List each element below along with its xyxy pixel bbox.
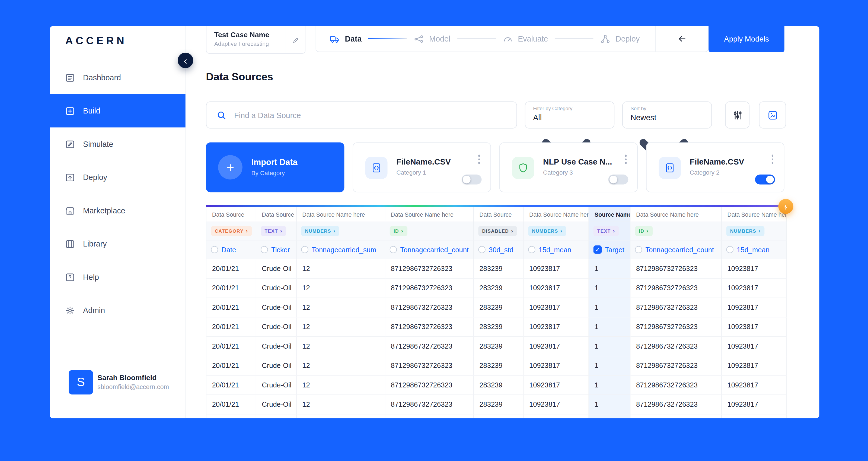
- quick-action-fab[interactable]: [778, 199, 793, 214]
- table-cell: 1: [589, 395, 630, 414]
- step-label: Evaluate: [518, 34, 548, 44]
- column-type-badge[interactable]: ID›: [390, 226, 407, 236]
- column-select-cell: 30d_std: [474, 240, 524, 259]
- column-badge-cell: TEXT›: [589, 222, 630, 240]
- data-source-card: NLP Use Case N...Category 3: [499, 142, 638, 192]
- sidebar-item-deploy[interactable]: Deploy: [50, 161, 186, 194]
- sidebar-item-simulate[interactable]: Simulate: [50, 127, 186, 161]
- kebab-menu-icon[interactable]: [476, 153, 482, 165]
- column-checkbox-checked[interactable]: ✓: [593, 246, 602, 254]
- admin-icon: [65, 305, 75, 315]
- card-toggle[interactable]: [609, 175, 628, 184]
- column-name[interactable]: Tonnagecarried_sum: [312, 246, 376, 254]
- step-data[interactable]: Data: [329, 33, 362, 44]
- table-cell: 1: [589, 317, 630, 337]
- sidebar-item-build[interactable]: Build: [50, 94, 186, 127]
- test-case-card[interactable]: Test Case Name Adaptive Forecasting: [206, 26, 305, 54]
- column-name[interactable]: 15d_mean: [737, 246, 770, 254]
- column-type-badge[interactable]: NUMBERS›: [528, 226, 566, 236]
- help-icon: [65, 272, 75, 282]
- column-type-badge[interactable]: TEXT›: [593, 226, 619, 236]
- step-label: Data: [345, 34, 362, 44]
- chevron-right-icon: ›: [511, 229, 513, 233]
- kebab-menu-icon[interactable]: [623, 153, 628, 165]
- column-group-header: Data Source Name here: [524, 207, 589, 222]
- sidebar: ACCERN DashboardBuildSimulateDeployMarke…: [50, 26, 186, 419]
- data-source-cards-row: +Import DataBy CategoryFileName.CSVCateg…: [206, 142, 784, 192]
- sidebar-item-label: Admin: [83, 306, 105, 315]
- build-icon: [65, 106, 75, 116]
- column-name[interactable]: 30d_std: [489, 246, 514, 254]
- back-button[interactable]: [655, 26, 708, 52]
- evaluate-step-icon: [502, 33, 513, 44]
- table-gradient-bar: [206, 205, 786, 207]
- column-name[interactable]: Date: [221, 246, 236, 254]
- column-select-cell: 15d_mean: [524, 240, 589, 259]
- apply-models-button[interactable]: Apply Models: [709, 26, 784, 52]
- column-type-badge[interactable]: TEXT›: [261, 226, 286, 236]
- column-radio[interactable]: [478, 246, 486, 253]
- card-toggle[interactable]: [755, 175, 775, 184]
- column-radio[interactable]: [726, 246, 734, 253]
- step-model[interactable]: Model: [414, 33, 450, 44]
- column-name[interactable]: Tonnagecarried_count: [400, 246, 468, 254]
- column-radio[interactable]: [635, 246, 642, 253]
- column-badge-cell: ID›: [630, 222, 722, 240]
- column-radio[interactable]: [261, 246, 268, 253]
- column-name[interactable]: Tonnagecarried_count: [646, 246, 714, 254]
- step-deploy[interactable]: Deploy: [600, 33, 640, 44]
- card-title: NLP Use Case N...: [543, 157, 612, 167]
- card-title: FileName.CSV: [690, 157, 744, 167]
- data-source-card: FileName.CSVCategory 2: [646, 142, 784, 192]
- sidebar-item-help[interactable]: Help: [50, 260, 186, 293]
- step-evaluate[interactable]: Evaluate: [502, 33, 548, 44]
- toggle-knob: [463, 176, 471, 183]
- filter-by-category-dropdown[interactable]: Filter by Category All: [525, 101, 615, 128]
- advanced-filters-button[interactable]: [725, 101, 749, 128]
- table-cell: 10923817: [722, 298, 786, 317]
- marketplace-icon: [65, 205, 75, 216]
- sidebar-collapse-button[interactable]: [178, 53, 193, 68]
- table-cell: 20/01/21: [207, 317, 256, 337]
- import-data-card[interactable]: +Import DataBy Category: [206, 142, 344, 192]
- sidebar-item-marketplace[interactable]: Marketplace: [50, 194, 186, 227]
- column-badge-cell: ID›: [385, 222, 474, 240]
- column-radio[interactable]: [211, 246, 218, 253]
- chevron-right-icon: ›: [646, 229, 649, 233]
- column-name[interactable]: 15d_mean: [539, 246, 571, 254]
- user-email: sbloomfield@accern.com: [97, 383, 169, 390]
- column-type-badge[interactable]: NUMBERS›: [301, 226, 339, 236]
- column-select-cell: Tonnagecarried_sum: [297, 240, 385, 259]
- edit-case-button[interactable]: [286, 26, 305, 53]
- column-radio[interactable]: [301, 246, 308, 253]
- column-group-header: Data Source Name here: [630, 207, 722, 222]
- column-type-badge[interactable]: CATEGORY›: [211, 226, 252, 236]
- column-radio[interactable]: [528, 246, 535, 253]
- user-panel[interactable]: S Sarah Bloomfield sbloomfield@accern.co…: [50, 368, 186, 419]
- kebab-menu-icon[interactable]: [770, 153, 775, 165]
- sliders-icon: [732, 109, 743, 120]
- table-cell: 10923817: [524, 317, 589, 337]
- deploy-icon: [65, 172, 75, 183]
- column-type-badge[interactable]: DISABLED›: [478, 226, 517, 236]
- search-input[interactable]: [233, 110, 517, 120]
- sidebar-item-admin[interactable]: Admin: [50, 294, 186, 327]
- column-name[interactable]: Ticker: [271, 246, 290, 254]
- gallery-view-button[interactable]: [759, 101, 786, 128]
- column-group-header: Data Source Name here: [297, 207, 385, 222]
- column-select-cell: Date: [207, 240, 256, 259]
- column-name[interactable]: Target: [605, 246, 624, 254]
- column-type-badge[interactable]: NUMBERS›: [726, 226, 765, 236]
- table-cell: 10923817: [722, 279, 786, 298]
- sidebar-item-library[interactable]: Library: [50, 227, 186, 260]
- sort-by-dropdown[interactable]: Sort by Newest: [622, 101, 712, 128]
- column-radio[interactable]: [390, 246, 397, 253]
- table-cell: 1: [589, 414, 630, 419]
- card-title: FileName.CSV: [396, 157, 451, 167]
- sidebar-item-dashboard[interactable]: Dashboard: [50, 61, 186, 94]
- card-toggle[interactable]: [462, 175, 482, 184]
- table-cell: 10923817: [722, 337, 786, 356]
- table-cell: 10923817: [524, 395, 589, 414]
- dashboard-icon: [65, 72, 75, 83]
- column-type-badge[interactable]: ID›: [635, 226, 653, 236]
